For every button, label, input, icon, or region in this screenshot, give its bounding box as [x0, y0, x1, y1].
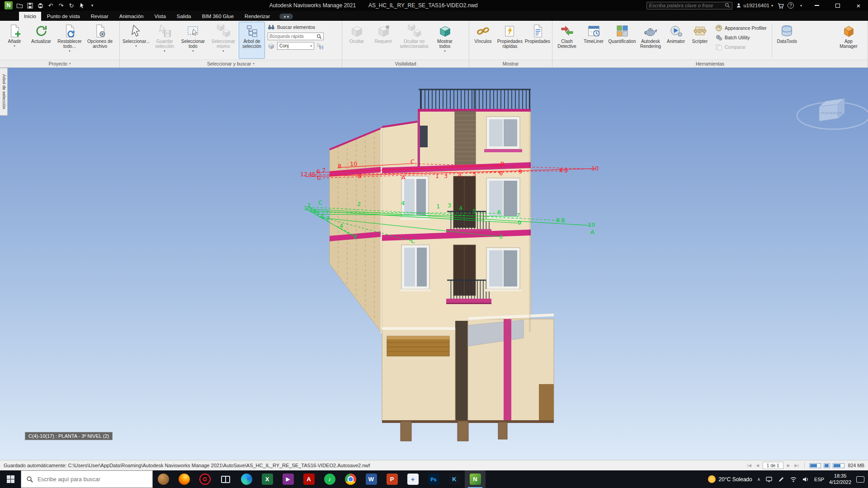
stone-column[interactable] [455, 111, 476, 168]
save-icon[interactable] [26, 2, 33, 9]
group-label-visibilidad[interactable]: Visibilidad [342, 60, 469, 67]
third-floor-window-right[interactable] [485, 178, 521, 221]
undo-icon[interactable]: ↶ [47, 2, 54, 9]
save-set-icon[interactable] [316, 42, 324, 50]
taskbar-icon-photoshop[interactable]: Ps [423, 470, 444, 488]
refresh-icon[interactable]: ↻ [68, 2, 75, 9]
properties-button[interactable]: Propiedades [524, 22, 551, 59]
hide-button[interactable]: Ocultar [344, 22, 370, 59]
timeliner-button[interactable]: TimeLiner [580, 22, 607, 59]
add-button[interactable]: Añadir▾ [1, 22, 28, 59]
quantification-button[interactable]: Quantification [607, 22, 637, 59]
taskbar-icon-chrome[interactable] [340, 470, 361, 488]
select-all-button[interactable]: Seleccionar todo▾ [178, 22, 208, 59]
help-icon[interactable]: ? [788, 2, 794, 9]
taskbar-icon-navisworks[interactable]: N [465, 470, 486, 488]
taskbar-icon-opera[interactable]: O [194, 470, 215, 488]
wifi-icon[interactable] [790, 476, 797, 483]
tab-bim-360-glue[interactable]: BIM 360 Glue [197, 12, 239, 21]
wood-planter[interactable] [387, 336, 449, 356]
first-sheet-icon[interactable]: |◀ [746, 463, 752, 468]
tab-revisar[interactable]: Revisar [86, 12, 113, 21]
app-store-cart-icon[interactable] [777, 2, 784, 9]
select-button[interactable]: Seleccionar...▾ [121, 22, 151, 59]
compare-button[interactable]: Comparar [715, 43, 767, 51]
scripter-button[interactable]: Scripter [688, 22, 712, 59]
notification-center-icon[interactable] [856, 476, 864, 483]
maximize-button[interactable] [829, 0, 846, 11]
volume-icon[interactable] [802, 476, 809, 483]
group-label-herramientas[interactable]: Herramientas [552, 60, 868, 67]
open-icon[interactable] [16, 2, 23, 9]
quick-search-icon[interactable] [316, 34, 322, 39]
select-same-button[interactable]: Seleccionar mismo▾ [208, 22, 238, 59]
roof-railing[interactable] [419, 89, 531, 110]
save-selection-button[interactable]: Guardar selección▾ [151, 22, 178, 59]
taskbar-icon-spotify[interactable]: ♪ [319, 470, 340, 488]
refresh-button[interactable]: Actualizar [28, 22, 54, 59]
tab-vista[interactable]: Vista [149, 12, 170, 21]
taskbar-icon-excel[interactable]: X [257, 470, 278, 488]
user-account[interactable]: u19216401 ▾ [736, 3, 773, 8]
group-label-seleccionar-buscar[interactable]: Seleccionar y buscar▾ [120, 60, 342, 67]
tab-animacion[interactable]: Animación [114, 12, 149, 21]
taskbar-icon-firefox[interactable] [174, 470, 194, 488]
prev-sheet-icon[interactable]: ◀ [755, 463, 760, 468]
next-sheet-icon[interactable]: ▶ [786, 463, 791, 468]
taskbar-search[interactable] [21, 470, 153, 488]
ground-floor-opening[interactable] [455, 321, 468, 421]
third-floor-window-left[interactable] [400, 176, 430, 220]
taskbar-icon-monkey-app[interactable] [153, 470, 174, 488]
keyword-search-input[interactable] [649, 3, 723, 8]
animator-button[interactable]: Animator [664, 22, 688, 59]
select-tool-icon[interactable] [78, 2, 85, 9]
taskbar-icon-dark-k-app[interactable]: K [444, 470, 465, 488]
taskbar-icon-purple-app[interactable]: ▶ [278, 470, 298, 488]
tab-punto-de-vista[interactable]: Punto de vista [42, 12, 85, 21]
group-label-proyecto[interactable]: Proyecto▾ [0, 60, 119, 67]
patio-wall-left[interactable] [382, 327, 455, 421]
second-floor-window-left[interactable] [400, 245, 431, 291]
quick-search-field[interactable] [268, 33, 324, 40]
taskbar-icon-acrobat[interactable]: A [298, 470, 319, 488]
minimize-button[interactable] [808, 0, 826, 11]
file-options-button[interactable]: Opciones de archivo [85, 22, 115, 59]
autodesk-rendering-button[interactable]: Autodesk Rendering [637, 22, 664, 59]
tab-renderizar[interactable]: Renderizar [240, 12, 275, 21]
unhide-all-button[interactable]: Mostrar todos▾ [432, 22, 458, 59]
language-indicator[interactable]: ESP [814, 477, 824, 482]
appearance-profiler-button[interactable]: Appearance Profiler [715, 24, 767, 32]
quick-search-input[interactable] [269, 34, 316, 39]
batch-utility-button[interactable]: Batch Utility [715, 34, 767, 41]
qat-dropdown-icon[interactable]: ▾ [89, 2, 96, 9]
weather-widget[interactable]: 20°C Soleado [708, 475, 752, 483]
app-manager-button[interactable]: App Manager [835, 22, 862, 59]
taskbar-icon-edge[interactable] [236, 470, 257, 488]
monitor-icon[interactable] [765, 476, 773, 483]
sets-dropdown[interactable]: Conj▾ [277, 42, 314, 50]
datatools-button[interactable]: DataTools [774, 22, 800, 59]
keyword-search-field[interactable] [646, 2, 732, 9]
taskbar-icon-task-view[interactable] [215, 470, 236, 488]
start-button[interactable] [0, 470, 21, 488]
last-sheet-icon[interactable]: ▶| [794, 463, 800, 468]
ribbon-display-toggle-icon[interactable] [279, 14, 293, 19]
clock[interactable]: 18:35 4/12/2022 [829, 473, 851, 486]
taskbar-icon-word[interactable]: W [361, 470, 382, 488]
hidden-icons-chevron[interactable]: ∧ [757, 477, 760, 482]
patio-wall-right[interactable] [468, 314, 554, 421]
selection-tree-button[interactable]: Árbol de selección [239, 22, 265, 59]
taskbar-icon-powerpoint[interactable]: P [382, 470, 402, 488]
quick-properties-button[interactable]: Propiedades rápidas [496, 22, 524, 59]
second-floor-balcony[interactable] [446, 280, 491, 304]
selection-tree-side-tab[interactable]: Árbol de selección [0, 68, 8, 116]
navisworks-logo[interactable]: N [5, 1, 13, 9]
third-floor-balcony[interactable] [446, 211, 491, 235]
scene-canvas[interactable]: POSTERIOR [0, 68, 868, 460]
reset-all-button[interactable]: Restablecer todo...▾ [55, 22, 85, 59]
require-button[interactable]: Requerir [370, 22, 396, 59]
top-floor-narrow-window[interactable] [420, 126, 428, 147]
search-icon[interactable] [725, 3, 730, 8]
help-dropdown-icon[interactable]: ▾ [797, 2, 805, 9]
tab-salida[interactable]: Salida [172, 12, 196, 21]
